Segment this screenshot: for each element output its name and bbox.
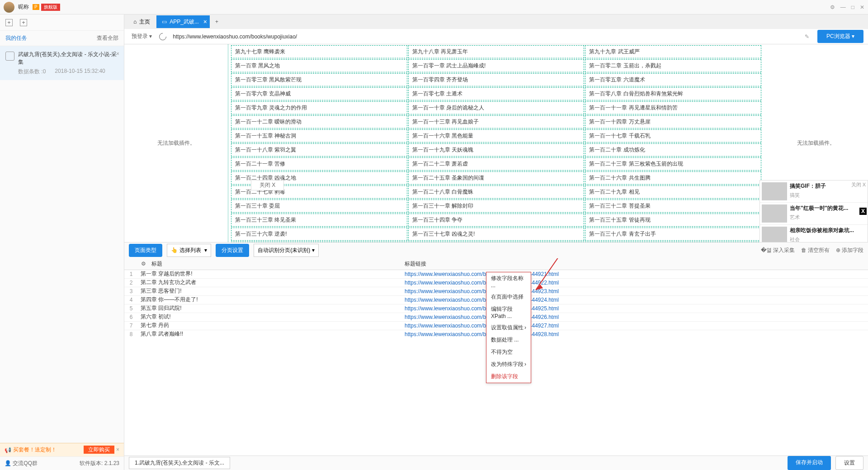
task-item[interactable]: 武破九霄(苍笑天),全文阅读 - 乐文小说-采集 数据条数 :0 2018-10… — [0, 46, 124, 80]
tab-close-icon[interactable]: × — [203, 18, 207, 25]
ad-item[interactable]: 相亲吃饭你被相亲对象坑...社会 — [760, 225, 868, 242]
edit-icon[interactable]: ✎ — [801, 33, 813, 40]
ctx-set-attr[interactable]: 设置取值属性› — [486, 322, 531, 334]
close-icon[interactable]: ✕ — [860, 4, 864, 10]
chapter-link[interactable]: 第九十七章 鹰蜂袭来 — [231, 45, 407, 58]
chapter-link[interactable]: 第一百四十章 服食菩提根茎 — [408, 242, 585, 242]
clear-all-button[interactable]: 🗑 清空所有 — [801, 247, 830, 254]
gear-icon[interactable]: ⚙ — [138, 261, 149, 267]
chapter-link[interactable]: 第一百一十五章 神秘古洞 — [231, 129, 407, 142]
new-task-icon[interactable] — [5, 19, 13, 26]
url-input[interactable] — [171, 32, 797, 42]
close-panel-button[interactable]: 关闭 X — [251, 180, 284, 190]
chapter-link[interactable]: 第一百四十一章 吞噬凶魂之灵 — [585, 242, 761, 242]
chapter-link[interactable]: 第一百一十九章 天妖魂魄 — [408, 143, 585, 157]
row-link[interactable]: https://www.lewenxiaoshuo.com/books/wupo… — [402, 280, 559, 286]
chapter-link[interactable]: 第一百零四章 齐齐登场 — [408, 73, 585, 86]
chapter-link[interactable]: 第九十八章 再见萧玉年 — [408, 45, 585, 58]
new-folder-icon[interactable] — [20, 19, 27, 26]
page-type-button[interactable]: 页面类型 — [129, 244, 162, 257]
ctx-delete-field[interactable]: 删除该字段 — [486, 370, 531, 383]
chapter-link[interactable]: 第一百三十四章 争夺 — [408, 214, 585, 227]
chapter-link[interactable]: 第一百一十章 身后的诡秘之人 — [408, 101, 585, 114]
qq-group-link[interactable]: 👤 交流QQ群 — [5, 460, 38, 467]
task-close-icon[interactable]: × — [116, 51, 119, 57]
reload-icon[interactable] — [158, 31, 168, 42]
chapter-link[interactable]: 第一百三十六章 逆袭! — [231, 228, 407, 241]
chapter-link[interactable]: 第一百三十七章 凶魂之灵! — [408, 228, 585, 241]
ad-close-link[interactable]: 关闭 X — [851, 181, 866, 188]
pc-browser-button[interactable]: PC浏览器 ▾ — [817, 30, 863, 43]
chapter-link[interactable]: 第九十九章 武王威严 — [585, 45, 761, 58]
column-title[interactable]: 标题 — [149, 260, 402, 268]
tab-active[interactable]: ▭APP_武破...× — [156, 15, 210, 28]
view-all-link[interactable]: 查看全部 — [97, 34, 118, 42]
row-link[interactable]: https://www.lewenxiaoshuo.com/books/wupo… — [402, 271, 559, 277]
select-list-dropdown[interactable]: 👆 选择列表 ▾ — [167, 244, 211, 257]
row-link[interactable]: https://www.lewenxiaoshuo.com/books/wupo… — [402, 297, 559, 303]
settings-icon[interactable]: ⚙ — [830, 4, 835, 10]
ctx-not-null[interactable]: 不得为空 — [486, 346, 531, 358]
my-tasks-label[interactable]: 我的任务 — [5, 34, 27, 42]
promo-close-icon[interactable]: × — [116, 446, 119, 453]
minimize-icon[interactable]: — — [840, 4, 846, 10]
settings-button[interactable]: 设置 — [835, 456, 863, 470]
chapter-link[interactable]: 第一百一十一章 再见遭星辰和情韵苦 — [585, 101, 761, 114]
chapter-link[interactable]: 第一百一十三章 再见血娘子 — [408, 115, 585, 128]
chapter-link[interactable]: 第一百二十八章 白骨魔蛛 — [408, 185, 585, 199]
chapter-link[interactable]: 第一百一十六章 黑色能量 — [408, 129, 585, 142]
auto-paging-dropdown[interactable]: 自动识别分页(未识别) ▾ — [254, 244, 319, 257]
row-link[interactable]: https://www.lewenxiaoshuo.com/books/wupo… — [402, 288, 559, 294]
row-link[interactable]: https://www.lewenxiaoshuo.com/books/wupo… — [402, 323, 559, 329]
chapter-link[interactable]: 第一百三十二章 菩提圣果 — [585, 199, 761, 213]
row-link[interactable]: https://www.lewenxiaoshuo.com/books/wupo… — [402, 331, 559, 337]
bottom-tab[interactable]: 1.武破九霄(苍笑天),全文阅读 - 乐文... — [129, 457, 230, 469]
chapter-link[interactable]: 第一百二十九章 相见 — [585, 185, 761, 199]
chapter-link[interactable]: 第一百零一章 武士上品巅峰成! — [408, 59, 585, 72]
chapter-link[interactable]: 第一百零六章 玄晶神威 — [231, 87, 407, 100]
add-field-button[interactable]: ⊕ 添加字段 — [836, 247, 863, 254]
chapter-link[interactable]: 第一百二十二章 萧若虚 — [408, 157, 585, 171]
chapter-link[interactable]: 第一百三十一章 解除封印 — [408, 199, 585, 213]
ad-item[interactable]: 当年"红极一时"的黄花...艺术 — [760, 203, 868, 225]
ad-item[interactable]: 搞笑GIF：胆子搞笑关闭 X — [760, 180, 868, 203]
tab-home[interactable]: ⌂主页 — [128, 15, 156, 28]
buy-now-button[interactable]: 立即购买 — [84, 446, 114, 454]
chapter-link[interactable]: 第一百零九章 灵魂之力的作用 — [231, 101, 407, 114]
chapter-link[interactable]: 第一百三十五章 管徒再现 — [585, 214, 761, 227]
chapter-link[interactable]: 第一百二十六章 共生图腾 — [585, 171, 761, 185]
deep-collect-button[interactable]: �열 深入采集 — [761, 247, 795, 254]
avatar[interactable] — [4, 2, 14, 13]
chapter-link[interactable]: 第一百一十七章 千载石乳 — [585, 129, 761, 142]
prelogin-dropdown[interactable]: 预登录 ▾ — [129, 33, 155, 40]
chapter-link[interactable]: 第一百零八章 白骨烈焰兽和青煞紫光蛑 — [585, 87, 761, 100]
save-start-button[interactable]: 保存并启动 — [788, 456, 831, 470]
chapter-link[interactable]: 第一百零七章 土遁术 — [408, 87, 585, 100]
chapter-link[interactable]: 第一百章 黑风之地 — [231, 59, 407, 72]
chapter-link[interactable]: 第一百零五章 六道魔术 — [585, 73, 761, 86]
chapter-link[interactable]: 第一百零二章 玉箭出，杀戮起 — [585, 59, 761, 72]
chapter-link[interactable]: 第一百零三章 黑风散紫芒现 — [231, 73, 407, 86]
chapter-link[interactable]: 第一百二十章 成功炼化 — [585, 143, 761, 157]
chapter-link[interactable]: 第一百二十一章 苦修 — [231, 157, 407, 171]
paging-button[interactable]: 分页设置 — [216, 244, 249, 257]
ctx-select-in-page[interactable]: 在页面中选择 — [486, 291, 531, 303]
ctx-rename[interactable]: 修改字段名称 ... — [486, 272, 531, 291]
chapter-link[interactable]: 第一百二十三章 第三枚紫色玉箭的出现 — [585, 157, 761, 171]
row-link[interactable]: https://www.lewenxiaoshuo.com/books/wupo… — [402, 314, 559, 320]
chapter-link[interactable]: 第一百二十五章 圣象国的间谍 — [408, 171, 585, 185]
row-link[interactable]: https://www.lewenxiaoshuo.com/books/wupo… — [402, 305, 559, 312]
maximize-icon[interactable]: □ — [851, 4, 854, 10]
chapter-link[interactable]: 第一百一十四章 万丈悬崖 — [585, 115, 761, 128]
chapter-link[interactable]: 第一百三十八章 青玄子出手 — [585, 228, 761, 241]
chapter-link[interactable]: 第一百三十九章 十万灵魂 — [231, 242, 407, 242]
tab-add-button[interactable]: + — [211, 19, 223, 25]
chapter-link[interactable]: 第一百一十八章 紫羽之翼 — [231, 143, 407, 157]
ctx-special-field[interactable]: 改为特殊字段› — [486, 358, 531, 370]
ctx-data-process[interactable]: 数据处理 ... — [486, 334, 531, 346]
ctx-edit-xpath[interactable]: 编辑字段XPath ... — [486, 303, 531, 322]
column-link[interactable]: 标题链接 — [402, 260, 426, 268]
chapter-link[interactable]: 第一百三十三章 终见圣果 — [231, 214, 407, 227]
chapter-link[interactable]: 第一百一十二章 暧昧的滑动 — [231, 115, 407, 128]
chapter-link[interactable]: 第一百三十章 委屈 — [231, 199, 407, 213]
